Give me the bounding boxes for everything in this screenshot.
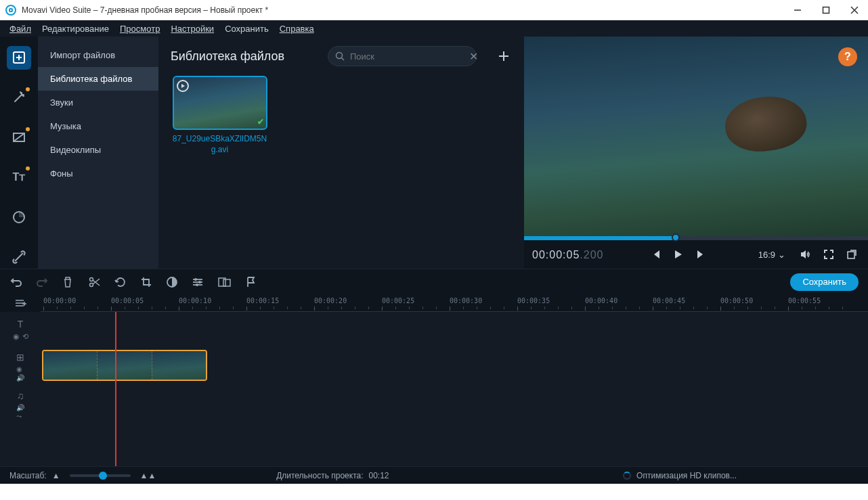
help-button[interactable]: ? bbox=[838, 47, 857, 66]
menu-bar: Файл Редактирование Просмотр Настройки С… bbox=[0, 20, 868, 37]
time-ruler[interactable]: 00:00:0000:00:0500:00:1000:00:1500:00:20… bbox=[41, 294, 868, 312]
zoom-label: Масштаб: bbox=[9, 471, 47, 480]
svg-line-8 bbox=[14, 133, 24, 141]
library-panel: Библиотека файлов ✕ ✔ 87_U29ueSBkaXZlIDM… bbox=[158, 37, 524, 269]
menu-file[interactable]: Файл bbox=[9, 24, 31, 34]
clip-filename: 87_U29ueSBkaXZlIDM5Ng.avi bbox=[171, 134, 269, 155]
fullscreen-button[interactable] bbox=[821, 246, 837, 263]
text-track-icon: T bbox=[18, 319, 24, 329]
timeline-toolbar: Сохранить bbox=[0, 269, 868, 294]
wand-icon bbox=[12, 91, 26, 104]
play-button[interactable] bbox=[670, 246, 687, 263]
ruler-tick: 00:00:00 bbox=[43, 297, 76, 304]
preview-content bbox=[722, 91, 810, 156]
crop-button[interactable] bbox=[139, 275, 153, 289]
svg-point-10 bbox=[337, 53, 343, 59]
ruler-tick: 00:00:55 bbox=[788, 297, 821, 304]
visibility-icon[interactable]: ◉ bbox=[16, 365, 24, 373]
ruler-tick: 00:00:35 bbox=[517, 297, 550, 304]
split-button[interactable] bbox=[88, 275, 102, 289]
minimize-button[interactable] bbox=[789, 2, 806, 18]
side-item-sounds[interactable]: Звуки bbox=[38, 91, 158, 114]
side-item-library[interactable]: Библиотека файлов bbox=[38, 67, 158, 91]
undo-button[interactable] bbox=[9, 275, 23, 289]
transitions-icon bbox=[12, 131, 26, 144]
preview-scrubber[interactable] bbox=[524, 236, 868, 240]
menu-save[interactable]: Сохранить bbox=[225, 24, 269, 34]
rail-titles-button[interactable]: Tᴛ bbox=[7, 165, 31, 189]
next-frame-button[interactable] bbox=[693, 246, 710, 263]
rail-stickers-button[interactable] bbox=[7, 205, 31, 229]
delete-button[interactable] bbox=[61, 275, 74, 289]
add-track-button[interactable] bbox=[0, 294, 41, 312]
marker-button[interactable] bbox=[244, 275, 257, 289]
search-icon bbox=[335, 51, 345, 61]
rail-import-button[interactable] bbox=[7, 46, 31, 70]
aspect-ratio-select[interactable]: 16:9⌄ bbox=[758, 250, 785, 260]
menu-settings[interactable]: Настройки bbox=[171, 24, 214, 34]
spinner-icon bbox=[623, 472, 631, 480]
ruler-tick: 00:00:05 bbox=[111, 297, 144, 304]
chevron-down-icon: ⌄ bbox=[778, 250, 785, 260]
ruler-tick: 00:00:45 bbox=[653, 297, 685, 304]
search-box[interactable]: ✕ bbox=[328, 46, 477, 66]
ruler-tick: 00:00:40 bbox=[585, 297, 617, 304]
zoom-out-icon[interactable]: ▲ bbox=[52, 471, 60, 480]
save-button[interactable]: Сохранить bbox=[790, 273, 859, 291]
transition-wizard-button[interactable] bbox=[218, 275, 232, 289]
music-track-icon: ♫ bbox=[17, 390, 24, 401]
search-input[interactable] bbox=[350, 51, 464, 62]
side-item-videoclips[interactable]: Видеоклипы bbox=[38, 138, 158, 162]
rail-filters-button[interactable] bbox=[7, 86, 31, 110]
svg-line-11 bbox=[342, 58, 345, 61]
side-item-backgrounds[interactable]: Фоны bbox=[38, 162, 158, 185]
zoom-slider[interactable] bbox=[70, 474, 131, 477]
redo-button[interactable] bbox=[35, 275, 49, 289]
ruler-tick: 00:00:50 bbox=[720, 297, 753, 304]
audio-icon[interactable]: 🔊 bbox=[16, 374, 24, 382]
sticker-icon bbox=[12, 210, 26, 224]
menu-help[interactable]: Справка bbox=[280, 24, 314, 34]
play-overlay-icon bbox=[177, 80, 189, 92]
clip-thumbnail[interactable]: ✔ bbox=[173, 76, 267, 130]
detach-button[interactable] bbox=[844, 246, 860, 263]
link-icon[interactable]: ⟲ bbox=[22, 332, 28, 341]
side-item-music[interactable]: Музыка bbox=[38, 114, 158, 138]
svg-point-22 bbox=[198, 281, 201, 283]
tools-icon bbox=[12, 250, 26, 264]
rail-transitions-button[interactable] bbox=[7, 126, 31, 150]
preview-viewport[interactable]: ? bbox=[524, 37, 868, 236]
color-button[interactable] bbox=[165, 275, 179, 289]
duration-value: 00:12 bbox=[369, 471, 389, 480]
rotate-button[interactable] bbox=[114, 275, 127, 289]
side-item-import[interactable]: Импорт файлов bbox=[38, 43, 158, 67]
video-track[interactable]: ⊞ ◉ 🔊 bbox=[0, 350, 868, 384]
audio-icon[interactable]: 🔊 bbox=[16, 404, 24, 411]
timeline-clip[interactable] bbox=[42, 350, 207, 381]
ruler-tick: 00:00:10 bbox=[179, 297, 211, 304]
audio-track[interactable]: ♫ 🔊 ⤳ bbox=[0, 392, 868, 419]
svg-rect-1 bbox=[823, 7, 829, 13]
close-button[interactable] bbox=[846, 2, 863, 18]
scrubber-handle[interactable] bbox=[672, 233, 680, 242]
mute-button[interactable] bbox=[798, 246, 814, 263]
rail-more-button[interactable] bbox=[7, 245, 31, 269]
properties-button[interactable] bbox=[191, 275, 204, 289]
zoom-in-icon[interactable]: ▲▲ bbox=[140, 471, 156, 480]
maximize-button[interactable] bbox=[818, 2, 834, 18]
clear-search-icon[interactable]: ✕ bbox=[469, 50, 478, 63]
app-icon bbox=[5, 5, 16, 16]
status-bar: Масштаб: ▲ ▲▲ Длительность проекта: 00:1… bbox=[0, 466, 868, 484]
window-titlebar: Movavi Video Suite – 7-дневная пробная в… bbox=[0, 0, 868, 20]
zoom-handle[interactable] bbox=[99, 472, 107, 480]
prev-frame-button[interactable] bbox=[647, 246, 664, 263]
svg-rect-14 bbox=[848, 252, 854, 258]
video-track-icon: ⊞ bbox=[16, 352, 24, 363]
menu-edit[interactable]: Редактирование bbox=[42, 24, 109, 34]
visibility-icon[interactable]: ◉ bbox=[13, 332, 20, 341]
add-files-button[interactable] bbox=[496, 48, 512, 64]
titles-track[interactable]: T ◉ ⟲ bbox=[0, 316, 868, 343]
menu-view[interactable]: Просмотр bbox=[120, 24, 160, 34]
fx-icon[interactable]: ⤳ bbox=[16, 413, 24, 420]
library-clip[interactable]: ✔ 87_U29ueSBkaXZlIDM5Ng.avi bbox=[171, 76, 269, 155]
